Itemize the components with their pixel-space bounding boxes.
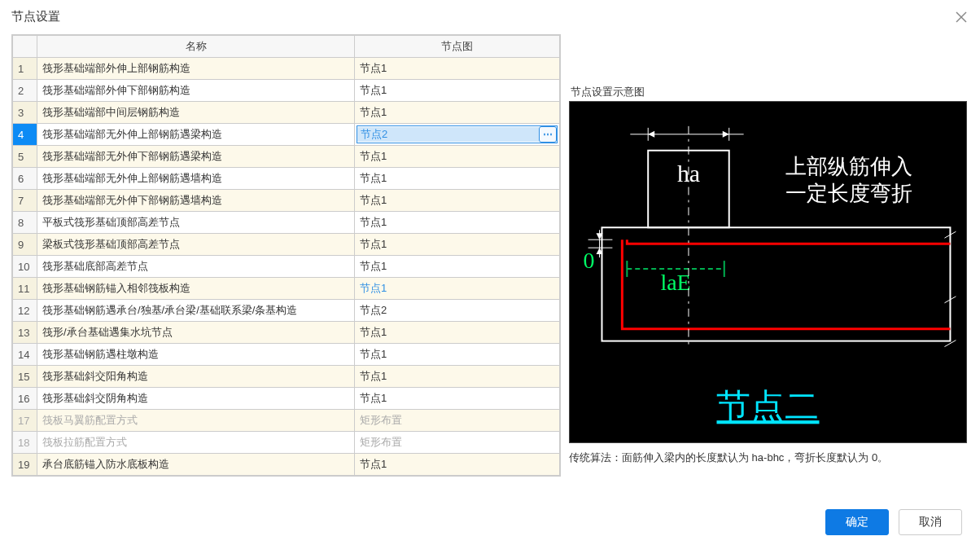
row-number[interactable]: 11: [13, 278, 37, 300]
dialog: 节点设置 名称 节点图 1筏: [0, 0, 980, 545]
diagram-text-line2: 一定长度弯折: [785, 182, 912, 205]
cancel-button[interactable]: 取消: [899, 509, 962, 535]
row-name[interactable]: 平板式筏形基础顶部高差节点: [37, 212, 355, 234]
row-node[interactable]: 节点1: [355, 58, 560, 80]
diagram-caption: 节点二: [717, 388, 820, 425]
table-row[interactable]: 18筏板拉筋配置方式矩形布置: [13, 432, 560, 454]
row-name[interactable]: 筏形基础底部高差节点: [37, 256, 355, 278]
row-node[interactable]: 节点1: [355, 234, 560, 256]
row-number[interactable]: 17: [13, 410, 37, 432]
more-icon[interactable]: ⋯: [539, 126, 557, 143]
diagram-title: 节点设置示意图: [569, 85, 967, 99]
row-number[interactable]: 14: [13, 344, 37, 366]
table-row[interactable]: 2筏形基础端部外伸下部钢筋构造节点1: [13, 80, 560, 102]
row-number[interactable]: 12: [13, 300, 37, 322]
table-row[interactable]: 9梁板式筏形基础顶部高差节点节点1: [13, 234, 560, 256]
table-row[interactable]: 15筏形基础斜交阳角构造节点1: [13, 366, 560, 388]
row-number[interactable]: 2: [13, 80, 37, 102]
close-icon[interactable]: [954, 10, 969, 24]
table-row[interactable]: 5筏形基础端部无外伸下部钢筋遇梁构造节点1: [13, 146, 560, 168]
row-node[interactable]: 节点1: [355, 278, 560, 300]
row-number[interactable]: 18: [13, 432, 37, 454]
row-number[interactable]: 16: [13, 388, 37, 410]
row-number[interactable]: 5: [13, 146, 37, 168]
row-node[interactable]: 节点1: [355, 322, 560, 344]
row-node[interactable]: 节点2⋯: [355, 124, 560, 146]
row-node[interactable]: 节点1: [355, 366, 560, 388]
diagram-label-laE: laE: [660, 270, 690, 295]
row-name[interactable]: 筏形基础端部无外伸下部钢筋遇梁构造: [37, 146, 355, 168]
row-node[interactable]: 节点1: [355, 190, 560, 212]
row-name[interactable]: 筏形基础端部无外伸上部钢筋遇墙构造: [37, 168, 355, 190]
row-node[interactable]: 节点1: [355, 388, 560, 410]
titlebar: 节点设置: [0, 0, 980, 34]
row-name[interactable]: 筏形基础端部无外伸下部钢筋遇墙构造: [37, 190, 355, 212]
row-number[interactable]: 8: [13, 212, 37, 234]
row-name[interactable]: 筏形基础端部中间层钢筋构造: [37, 102, 355, 124]
table-row[interactable]: 16筏形基础斜交阴角构造节点1: [13, 388, 560, 410]
node-table[interactable]: 名称 节点图 1筏形基础端部外伸上部钢筋构造节点12筏形基础端部外伸下部钢筋构造…: [12, 35, 560, 476]
col-header-rownum[interactable]: [13, 36, 37, 58]
table-row[interactable]: 1筏形基础端部外伸上部钢筋构造节点1: [13, 58, 560, 80]
row-node[interactable]: 节点1: [355, 212, 560, 234]
row-number[interactable]: 3: [13, 102, 37, 124]
diagram-canvas: ha laE 0: [569, 101, 967, 443]
row-name[interactable]: 筏形基础斜交阳角构造: [37, 366, 355, 388]
row-name[interactable]: 筏形基础斜交阴角构造: [37, 388, 355, 410]
node-table-panel: 名称 节点图 1筏形基础端部外伸上部钢筋构造节点12筏形基础端部外伸下部钢筋构造…: [11, 34, 561, 477]
row-number[interactable]: 6: [13, 168, 37, 190]
row-node[interactable]: 节点1: [355, 168, 560, 190]
row-name[interactable]: 筏形基础钢筋遇承台/独基/承台梁/基础联系梁/条基构造: [37, 300, 355, 322]
row-number[interactable]: 9: [13, 234, 37, 256]
table-row[interactable]: 6筏形基础端部无外伸上部钢筋遇墙构造节点1: [13, 168, 560, 190]
cell-editor-value[interactable]: 节点2: [357, 127, 539, 142]
table-row[interactable]: 3筏形基础端部中间层钢筋构造节点1: [13, 102, 560, 124]
row-name[interactable]: 梁板式筏形基础顶部高差节点: [37, 234, 355, 256]
col-header-name[interactable]: 名称: [37, 36, 355, 58]
table-row[interactable]: 12筏形基础钢筋遇承台/独基/承台梁/基础联系梁/条基构造节点2: [13, 300, 560, 322]
row-name[interactable]: 筏板马翼筋配置方式: [37, 410, 355, 432]
row-name[interactable]: 筏形基础钢筋锚入相邻筏板构造: [37, 278, 355, 300]
row-name[interactable]: 筏形基础端部外伸下部钢筋构造: [37, 80, 355, 102]
dialog-title: 节点设置: [11, 9, 60, 24]
table-row[interactable]: 11筏形基础钢筋锚入相邻筏板构造节点1: [13, 278, 560, 300]
row-number[interactable]: 7: [13, 190, 37, 212]
row-name[interactable]: 筏形基础钢筋遇柱墩构造: [37, 344, 355, 366]
row-node[interactable]: 节点1: [355, 80, 560, 102]
row-node[interactable]: 节点1: [355, 256, 560, 278]
cell-editor[interactable]: 节点2⋯: [357, 125, 558, 143]
table-row[interactable]: 19承台底筋锚入防水底板构造节点1: [13, 454, 560, 476]
diagram-panel: 节点设置示意图 ha: [569, 85, 969, 466]
row-node[interactable]: 节点1: [355, 344, 560, 366]
table-row[interactable]: 4筏形基础端部无外伸上部钢筋遇梁构造节点2⋯: [13, 124, 560, 146]
table-row[interactable]: 10筏形基础底部高差节点节点1: [13, 256, 560, 278]
diagram-text-line1: 上部纵筋伸入: [785, 155, 912, 178]
ok-button[interactable]: 确定: [825, 509, 889, 535]
row-node[interactable]: 节点1: [355, 146, 560, 168]
row-node[interactable]: 节点1: [355, 102, 560, 124]
table-row[interactable]: 13筏形/承台基础遇集水坑节点节点1: [13, 322, 560, 344]
row-name[interactable]: 筏形/承台基础遇集水坑节点: [37, 322, 355, 344]
table-row[interactable]: 8平板式筏形基础顶部高差节点节点1: [13, 212, 560, 234]
row-number[interactable]: 13: [13, 322, 37, 344]
row-name[interactable]: 筏板拉筋配置方式: [37, 432, 355, 454]
row-name[interactable]: 承台底筋锚入防水底板构造: [37, 454, 355, 476]
row-node[interactable]: 节点1: [355, 454, 560, 476]
col-header-node[interactable]: 节点图: [355, 36, 560, 58]
diagram-label-zero: 0: [584, 248, 595, 273]
row-number[interactable]: 4: [13, 124, 37, 146]
row-number[interactable]: 19: [13, 454, 37, 476]
table-row[interactable]: 14筏形基础钢筋遇柱墩构造节点1: [13, 344, 560, 366]
dialog-footer: 确定 取消: [0, 499, 980, 545]
row-name[interactable]: 筏形基础端部外伸上部钢筋构造: [37, 58, 355, 80]
row-number[interactable]: 10: [13, 256, 37, 278]
row-number[interactable]: 15: [13, 366, 37, 388]
row-node[interactable]: 节点2: [355, 300, 560, 322]
diagram-note: 传统算法：面筋伸入梁内的长度默认为 ha-bhc，弯折长度默认为 0。: [569, 450, 967, 466]
row-node[interactable]: 矩形布置: [355, 410, 560, 432]
table-row[interactable]: 7筏形基础端部无外伸下部钢筋遇墙构造节点1: [13, 190, 560, 212]
row-number[interactable]: 1: [13, 58, 37, 80]
table-row[interactable]: 17筏板马翼筋配置方式矩形布置: [13, 410, 560, 432]
row-node[interactable]: 矩形布置: [355, 432, 560, 454]
row-name[interactable]: 筏形基础端部无外伸上部钢筋遇梁构造: [37, 124, 355, 146]
